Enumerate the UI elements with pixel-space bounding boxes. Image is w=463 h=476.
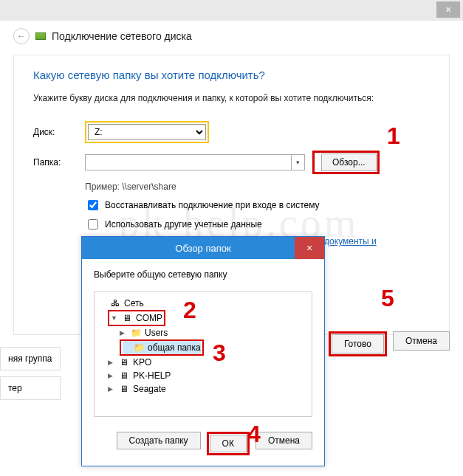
tree-node-kpo[interactable]: ▶ KPO: [108, 356, 307, 369]
annotation-4: 4: [247, 421, 261, 448]
folder-example: Пример: \\server\share: [85, 182, 430, 192]
wizard-cancel-button[interactable]: Отмена: [393, 331, 450, 351]
tree-node-shared-folder[interactable]: общая папка: [123, 341, 201, 354]
ok-button[interactable]: ОК: [210, 435, 247, 452]
folder-input[interactable]: [85, 154, 292, 170]
folder-icon: [130, 328, 142, 338]
folder-icon: [133, 342, 145, 353]
expand-icon[interactable]: ▼: [111, 314, 118, 322]
drive-label: Диск:: [33, 127, 78, 137]
drive-select[interactable]: Z:: [88, 124, 206, 140]
close-icon: ×: [445, 4, 451, 15]
expand-icon[interactable]: ▶: [108, 372, 115, 379]
tree-highlight: ▼ COMP: [108, 310, 165, 326]
tree-label: Seagate: [133, 384, 166, 394]
network-icon: [109, 298, 121, 308]
annotation-3: 3: [213, 339, 226, 367]
tree-highlight: общая папка: [120, 339, 204, 356]
computer-icon: [121, 313, 133, 323]
tree-node-pkhelp[interactable]: ▶ PK-HELP: [108, 369, 307, 382]
browse-cancel-button[interactable]: Отмена: [255, 432, 312, 449]
back-arrow-icon: ←: [17, 31, 26, 41]
tree-label: Сеть: [124, 298, 144, 308]
browse-dialog-body: Выберите общую сетевую папку Сеть ▼ COMP…: [82, 259, 324, 424]
tree-label: общая папка: [148, 342, 201, 353]
network-drive-icon: [35, 32, 46, 40]
reconnect-checkbox[interactable]: [88, 200, 98, 210]
browse-dialog-close-button[interactable]: ×: [295, 237, 324, 259]
new-folder-button[interactable]: Создать папку: [117, 432, 201, 449]
browse-button[interactable]: Обзор...: [321, 154, 377, 171]
browse-highlight: Обзор...: [312, 151, 380, 174]
outer-close-button[interactable]: ×: [436, 1, 460, 18]
wizard-title: Подключение сетевого диска: [52, 30, 192, 42]
tree-label: PK-HELP: [133, 370, 171, 381]
drive-row: Диск: Z:: [33, 121, 430, 143]
other-creds-label: Использовать другие учетные данные: [105, 219, 262, 230]
ok-highlight: ОК: [207, 432, 250, 455]
tree-row: ▼ COMP: [108, 310, 307, 326]
back-button[interactable]: ←: [13, 28, 30, 44]
annotation-1: 1: [387, 123, 400, 150]
other-creds-checkbox[interactable]: [88, 219, 98, 230]
explorer-sidebar-fragment: няя группа тер: [0, 347, 61, 406]
expand-icon[interactable]: ▶: [108, 385, 115, 393]
tree-label: Users: [145, 328, 168, 338]
tree-node-seagate[interactable]: ▶ Seagate: [108, 382, 307, 396]
browse-dialog-title: Обзор папок: [175, 243, 230, 254]
drive-highlight: Z:: [85, 121, 209, 143]
annotation-5: 5: [381, 285, 394, 312]
computer-icon: [118, 370, 130, 381]
folder-label: Папка:: [33, 157, 78, 168]
wizard-footer: Готово Отмена: [329, 331, 450, 356]
tree-label: KPO: [133, 357, 151, 368]
computer-icon: [118, 357, 130, 368]
folder-combo: ▾: [85, 154, 305, 170]
browse-dialog-titlebar[interactable]: Обзор папок ×: [82, 237, 324, 259]
computer-icon: [118, 384, 130, 394]
browse-dialog-footer: Создать папку ОК Отмена: [82, 424, 324, 466]
done-button[interactable]: Готово: [332, 334, 384, 353]
folder-dropdown-arrow-icon[interactable]: ▾: [292, 154, 305, 170]
tree-node-network[interactable]: Сеть: [99, 297, 307, 310]
done-highlight: Готово: [329, 331, 387, 356]
tree-label: COMP: [136, 313, 162, 323]
browse-folders-dialog: Обзор папок × Выберите общую сетевую пап…: [81, 236, 325, 466]
browse-dialog-instruction: Выберите общую сетевую папку: [94, 269, 312, 280]
wizard-question: Какую сетевую папку вы хотите подключить…: [33, 69, 430, 81]
homegroup-fragment: няя группа: [0, 347, 61, 370]
expand-icon[interactable]: ▶: [108, 359, 115, 366]
reconnect-row: Восстанавливать подключение при входе в …: [85, 198, 430, 213]
folder-tree[interactable]: Сеть ▼ COMP ▶ Users: [94, 292, 312, 417]
annotation-2: 2: [183, 297, 196, 324]
close-icon: ×: [306, 242, 312, 254]
wizard-instruction: Укажите букву диска для подключения и па…: [33, 93, 430, 103]
expand-icon[interactable]: ▶: [120, 329, 127, 337]
wizard-header: ← Подключение сетевого диска: [0, 21, 463, 52]
tree-node-users[interactable]: ▶ Users: [120, 326, 307, 339]
reconnect-label: Восстанавливать подключение при входе в …: [105, 200, 320, 210]
other-creds-row: Использовать другие учетные данные: [85, 217, 430, 232]
computer-fragment: тер: [0, 376, 61, 400]
tree-node-comp[interactable]: ▼ COMP: [111, 311, 162, 325]
outer-title-bar: ×: [0, 0, 463, 21]
folder-row: Папка: ▾ Обзор...: [33, 151, 430, 174]
